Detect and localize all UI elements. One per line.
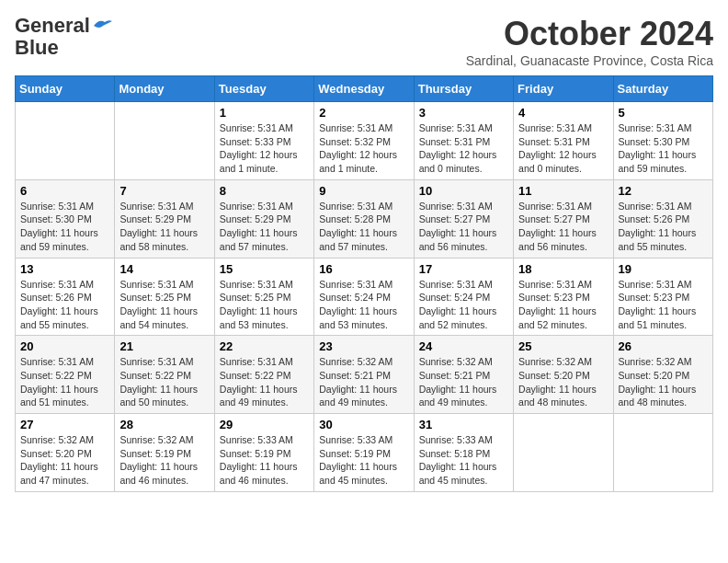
- cell-daylight-info: Sunrise: 5:31 AMSunset: 5:25 PMDaylight:…: [220, 278, 309, 332]
- cell-daylight-info: Sunrise: 5:31 AMSunset: 5:27 PMDaylight:…: [518, 200, 608, 254]
- day-number: 31: [419, 418, 508, 431]
- day-number: 16: [319, 262, 408, 276]
- calendar-week-row: 13Sunrise: 5:31 AMSunset: 5:26 PMDayligh…: [16, 258, 713, 336]
- calendar-cell: 10Sunrise: 5:31 AMSunset: 5:27 PMDayligh…: [414, 179, 513, 258]
- day-number: 10: [419, 184, 508, 198]
- calendar-cell: 11Sunrise: 5:31 AMSunset: 5:27 PMDayligh…: [514, 179, 613, 258]
- weekday-header-sunday: Sunday: [16, 76, 115, 102]
- cell-daylight-info: Sunrise: 5:33 AMSunset: 5:19 PMDaylight:…: [319, 433, 408, 488]
- cell-daylight-info: Sunrise: 5:31 AMSunset: 5:27 PMDaylight:…: [419, 200, 508, 254]
- calendar-week-row: 20Sunrise: 5:31 AMSunset: 5:22 PMDayligh…: [16, 336, 713, 414]
- day-number: 7: [119, 184, 209, 198]
- calendar-header: SundayMondayTuesdayWednesdayThursdayFrid…: [16, 76, 713, 102]
- cell-daylight-info: Sunrise: 5:31 AMSunset: 5:31 PMDaylight:…: [419, 121, 508, 176]
- logo-general: General: [15, 14, 90, 37]
- cell-daylight-info: Sunrise: 5:31 AMSunset: 5:26 PMDaylight:…: [619, 200, 708, 254]
- day-number: 17: [419, 262, 508, 276]
- cell-daylight-info: Sunrise: 5:32 AMSunset: 5:20 PMDaylight:…: [619, 355, 708, 409]
- day-number: 14: [119, 262, 209, 276]
- cell-daylight-info: Sunrise: 5:31 AMSunset: 5:24 PMDaylight:…: [419, 278, 508, 332]
- day-number: 11: [518, 184, 608, 198]
- calendar-cell: 28Sunrise: 5:32 AMSunset: 5:19 PMDayligh…: [115, 414, 214, 492]
- cell-daylight-info: Sunrise: 5:31 AMSunset: 5:29 PMDaylight:…: [119, 200, 209, 254]
- cell-daylight-info: Sunrise: 5:31 AMSunset: 5:22 PMDaylight:…: [20, 355, 109, 409]
- calendar-body: 1Sunrise: 5:31 AMSunset: 5:33 PMDaylight…: [16, 102, 713, 492]
- calendar-cell: [613, 414, 712, 492]
- cell-daylight-info: Sunrise: 5:31 AMSunset: 5:29 PMDaylight:…: [220, 200, 309, 254]
- logo-bird-icon: [92, 18, 112, 33]
- calendar-cell: 9Sunrise: 5:31 AMSunset: 5:28 PMDaylight…: [314, 179, 414, 258]
- logo: General Blue: [15, 15, 112, 59]
- cell-daylight-info: Sunrise: 5:32 AMSunset: 5:20 PMDaylight:…: [20, 433, 109, 488]
- title-block: October 2024 Sardinal, Guanacaste Provin…: [466, 15, 713, 68]
- logo-text: General: [15, 15, 90, 37]
- calendar-table: SundayMondayTuesdayWednesdayThursdayFrid…: [15, 75, 713, 492]
- cell-daylight-info: Sunrise: 5:31 AMSunset: 5:23 PMDaylight:…: [518, 278, 608, 332]
- cell-daylight-info: Sunrise: 5:31 AMSunset: 5:22 PMDaylight:…: [220, 355, 309, 409]
- calendar-cell: 26Sunrise: 5:32 AMSunset: 5:20 PMDayligh…: [613, 336, 712, 414]
- cell-daylight-info: Sunrise: 5:32 AMSunset: 5:20 PMDaylight:…: [518, 355, 608, 409]
- cell-daylight-info: Sunrise: 5:33 AMSunset: 5:18 PMDaylight:…: [419, 433, 508, 488]
- cell-daylight-info: Sunrise: 5:31 AMSunset: 5:22 PMDaylight:…: [119, 355, 209, 409]
- page-header: General Blue October 2024 Sardinal, Guan…: [15, 15, 713, 68]
- day-number: 27: [20, 418, 109, 431]
- calendar-cell: 7Sunrise: 5:31 AMSunset: 5:29 PMDaylight…: [115, 179, 214, 258]
- day-number: 28: [119, 418, 209, 431]
- calendar-cell: 17Sunrise: 5:31 AMSunset: 5:24 PMDayligh…: [414, 258, 513, 336]
- day-number: 23: [319, 339, 408, 353]
- calendar-cell: 4Sunrise: 5:31 AMSunset: 5:31 PMDaylight…: [514, 102, 613, 180]
- calendar-cell: [115, 102, 214, 180]
- calendar-cell: 19Sunrise: 5:31 AMSunset: 5:23 PMDayligh…: [613, 258, 712, 336]
- day-number: 26: [619, 339, 708, 353]
- calendar-cell: 1Sunrise: 5:31 AMSunset: 5:33 PMDaylight…: [214, 102, 313, 180]
- day-number: 13: [20, 262, 109, 276]
- cell-daylight-info: Sunrise: 5:33 AMSunset: 5:19 PMDaylight:…: [220, 433, 309, 488]
- calendar-cell: 16Sunrise: 5:31 AMSunset: 5:24 PMDayligh…: [314, 258, 414, 336]
- day-number: 1: [220, 106, 309, 120]
- day-number: 21: [119, 339, 209, 353]
- day-number: 25: [518, 339, 608, 353]
- day-number: 6: [20, 184, 109, 198]
- calendar-cell: 3Sunrise: 5:31 AMSunset: 5:31 PMDaylight…: [414, 102, 513, 180]
- logo-blue: Blue: [15, 37, 59, 59]
- calendar-cell: 25Sunrise: 5:32 AMSunset: 5:20 PMDayligh…: [514, 336, 613, 414]
- day-number: 18: [518, 262, 608, 276]
- calendar-cell: 15Sunrise: 5:31 AMSunset: 5:25 PMDayligh…: [214, 258, 313, 336]
- cell-daylight-info: Sunrise: 5:32 AMSunset: 5:21 PMDaylight:…: [319, 355, 408, 409]
- calendar-cell: 29Sunrise: 5:33 AMSunset: 5:19 PMDayligh…: [214, 414, 313, 492]
- cell-daylight-info: Sunrise: 5:31 AMSunset: 5:32 PMDaylight:…: [319, 121, 408, 176]
- calendar-cell: 31Sunrise: 5:33 AMSunset: 5:18 PMDayligh…: [414, 414, 513, 492]
- day-number: 12: [619, 184, 708, 198]
- day-number: 15: [220, 262, 309, 276]
- calendar-cell: 27Sunrise: 5:32 AMSunset: 5:20 PMDayligh…: [16, 414, 115, 492]
- calendar-cell: 5Sunrise: 5:31 AMSunset: 5:30 PMDaylight…: [613, 102, 712, 180]
- calendar-cell: [16, 102, 115, 180]
- cell-daylight-info: Sunrise: 5:31 AMSunset: 5:26 PMDaylight:…: [20, 278, 109, 332]
- day-number: 19: [619, 262, 708, 276]
- calendar-cell: 6Sunrise: 5:31 AMSunset: 5:30 PMDaylight…: [16, 179, 115, 258]
- day-number: 5: [619, 106, 708, 120]
- calendar-cell: 13Sunrise: 5:31 AMSunset: 5:26 PMDayligh…: [16, 258, 115, 336]
- weekday-header-saturday: Saturday: [613, 76, 712, 102]
- weekday-header-thursday: Thursday: [414, 76, 513, 102]
- day-number: 3: [419, 106, 508, 120]
- cell-daylight-info: Sunrise: 5:31 AMSunset: 5:33 PMDaylight:…: [220, 121, 309, 176]
- calendar-week-row: 27Sunrise: 5:32 AMSunset: 5:20 PMDayligh…: [16, 414, 713, 492]
- weekday-header-monday: Monday: [115, 76, 214, 102]
- calendar-cell: 24Sunrise: 5:32 AMSunset: 5:21 PMDayligh…: [414, 336, 513, 414]
- weekday-header-friday: Friday: [514, 76, 613, 102]
- weekday-header-row: SundayMondayTuesdayWednesdayThursdayFrid…: [16, 76, 713, 102]
- cell-daylight-info: Sunrise: 5:32 AMSunset: 5:21 PMDaylight:…: [419, 355, 508, 409]
- calendar-cell: 23Sunrise: 5:32 AMSunset: 5:21 PMDayligh…: [314, 336, 414, 414]
- month-title: October 2024: [466, 15, 713, 53]
- day-number: 9: [319, 184, 408, 198]
- cell-daylight-info: Sunrise: 5:31 AMSunset: 5:28 PMDaylight:…: [319, 200, 408, 254]
- cell-daylight-info: Sunrise: 5:31 AMSunset: 5:31 PMDaylight:…: [518, 121, 608, 176]
- calendar-cell: 12Sunrise: 5:31 AMSunset: 5:26 PMDayligh…: [613, 179, 712, 258]
- calendar-cell: 18Sunrise: 5:31 AMSunset: 5:23 PMDayligh…: [514, 258, 613, 336]
- calendar-cell: 22Sunrise: 5:31 AMSunset: 5:22 PMDayligh…: [214, 336, 313, 414]
- day-number: 8: [220, 184, 309, 198]
- day-number: 22: [220, 339, 309, 353]
- weekday-header-tuesday: Tuesday: [214, 76, 313, 102]
- cell-daylight-info: Sunrise: 5:31 AMSunset: 5:23 PMDaylight:…: [619, 278, 708, 332]
